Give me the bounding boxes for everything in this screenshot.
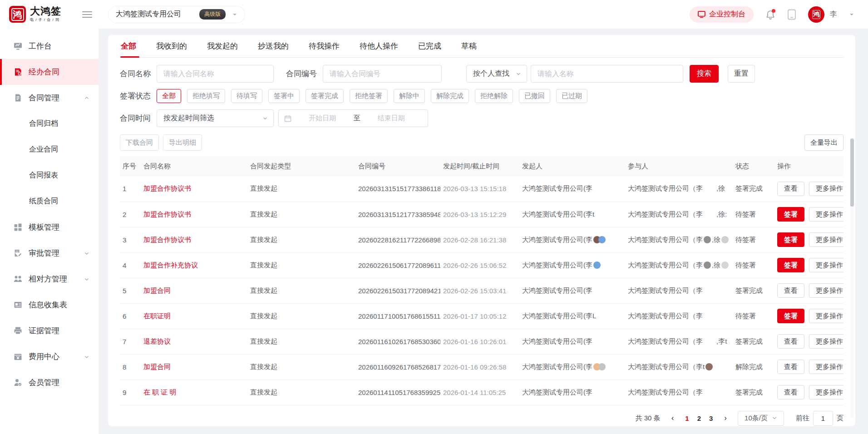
sidebar-item-billing-center[interactable]: 费用中心 <box>0 344 99 370</box>
download-contracts-button[interactable]: 下载合同 <box>120 134 159 151</box>
start-date-placeholder[interactable]: 开始日期 <box>291 114 354 123</box>
time-filter-select[interactable]: 按发起时间筛选 <box>157 109 274 127</box>
contract-name-link[interactable]: 在 职 证 明 <box>143 388 177 396</box>
table-row: 2加盟合作协议书直接发起2026031315121773385948555855… <box>120 202 843 227</box>
tab-全部[interactable]: 全部 <box>120 35 146 57</box>
view-button[interactable]: 查看 <box>777 385 804 399</box>
more-actions-label: 更多操作 <box>816 312 843 321</box>
export-detail-button[interactable]: 导出明细 <box>163 134 202 151</box>
sidebar-item-member-management[interactable]: 会员管理 <box>0 370 99 395</box>
tab-抄送我的[interactable]: 抄送我的 <box>248 35 299 57</box>
status-pill-已过期[interactable]: 已过期 <box>556 89 587 103</box>
sidebar-item-template-management[interactable]: 模板管理 <box>0 214 99 240</box>
goto-page-input[interactable] <box>813 411 833 426</box>
sidebar-item-contract-management[interactable]: 合同管理 <box>0 85 99 111</box>
tab-我收到的[interactable]: 我收到的 <box>146 35 197 57</box>
contract-name-input[interactable] <box>157 65 274 83</box>
more-actions-button[interactable]: 更多操作 <box>809 232 843 247</box>
view-button[interactable]: 查看 <box>777 334 804 349</box>
cell-initiate-type: 直接发起 <box>247 329 355 354</box>
contract-name-link[interactable]: 加盟合同 <box>143 286 171 294</box>
sidebar-item-counterparty-management[interactable]: 相对方管理 <box>0 266 99 292</box>
sidebar-item-handled-contracts[interactable]: 经办合同 <box>0 59 99 85</box>
page-number-3[interactable]: 3 <box>705 414 717 422</box>
reset-button[interactable]: 重置 <box>728 65 755 83</box>
contract-name-link[interactable]: 加盟合作补充协议 <box>143 261 198 269</box>
search-button[interactable]: 搜索 <box>690 65 719 83</box>
date-range-picker[interactable]: 开始日期 至 结束日期 <box>278 109 428 127</box>
view-button[interactable]: 查看 <box>777 182 804 196</box>
sidebar-subitem-纸质合同[interactable]: 纸质合同 <box>0 188 99 214</box>
contract-name-link[interactable]: 加盟合作协议书 <box>143 184 191 192</box>
tab-我发起的[interactable]: 我发起的 <box>197 35 248 57</box>
cell-participants: 大鸿签测试专用公司（李 <box>625 278 733 303</box>
user-avatar[interactable]: 鸿 <box>808 6 824 23</box>
sidebar-item-approval-management[interactable]: 审批管理 <box>0 240 99 266</box>
sidebar-subitem-企业合同[interactable]: 企业合同 <box>0 137 99 163</box>
more-actions-button[interactable]: 更多操作 <box>809 207 843 222</box>
person-search-select[interactable]: 按个人查找 <box>466 65 527 83</box>
status-pill-已撤回[interactable]: 已撤回 <box>519 89 550 103</box>
more-actions-button[interactable]: 更多操作 <box>809 258 843 272</box>
status-pill-全部[interactable]: 全部 <box>157 89 181 103</box>
status-pill-解除中[interactable]: 解除中 <box>394 89 425 103</box>
status-pill-拒绝解除[interactable]: 拒绝解除 <box>475 89 513 103</box>
tab-草稿[interactable]: 草稿 <box>451 35 487 57</box>
contract-name-link[interactable]: 加盟合同 <box>143 363 171 370</box>
more-actions-button[interactable]: 更多操作 <box>809 182 843 196</box>
contract-name-link[interactable]: 在职证明 <box>143 312 171 320</box>
page-number-2[interactable]: 2 <box>693 414 705 422</box>
notification-bell-icon[interactable] <box>765 10 775 20</box>
device-icon[interactable] <box>787 9 796 20</box>
more-actions-button[interactable]: 更多操作 <box>809 385 843 399</box>
sidebar-subitem-合同归档[interactable]: 合同归档 <box>0 111 99 137</box>
cell-participants: 大鸿签测试专用公司（李 ,徐: <box>625 202 733 227</box>
export-all-button[interactable]: 全量导出 <box>804 134 843 151</box>
status-pill-待填写[interactable]: 待填写 <box>231 89 262 103</box>
tab-待他人操作[interactable]: 待他人操作 <box>350 35 408 57</box>
contract-name-link[interactable]: 加盟合作协议书 <box>143 210 191 218</box>
sign-button[interactable]: 签署 <box>777 309 804 323</box>
contract-name-link[interactable]: 退差协议 <box>143 337 171 345</box>
person-name-input[interactable] <box>531 65 683 83</box>
cell-status: 待签署 <box>733 202 774 227</box>
sidebar-collapse-icon[interactable] <box>82 8 92 21</box>
vertical-scrollbar[interactable] <box>850 138 854 418</box>
status-pill-签署中[interactable]: 签署中 <box>268 89 300 103</box>
page-size-select[interactable]: 10条/页 <box>738 411 784 426</box>
prev-page-button[interactable]: ‹ <box>669 414 677 423</box>
contract-name-link[interactable]: 加盟合作协议书 <box>143 236 191 243</box>
enterprise-console-button[interactable]: 企业控制台 <box>690 6 754 23</box>
party-text: 大鸿签测试专用公司（李 <box>628 388 703 396</box>
sidebar-item-evidence-management[interactable]: 证据管理 <box>0 318 99 344</box>
contract-number-input[interactable] <box>323 65 442 83</box>
page-number-1[interactable]: 1 <box>681 414 693 422</box>
sign-button[interactable]: 签署 <box>777 207 804 222</box>
view-button[interactable]: 查看 <box>777 283 804 298</box>
company-selector[interactable]: 大鸿签测试专用公司 高级版 <box>108 6 245 23</box>
status-pill-拒绝填写[interactable]: 拒绝填写 <box>187 89 225 103</box>
user-menu-chevron-icon[interactable] <box>849 12 854 17</box>
brand-logo-icon: 鸿 <box>9 6 26 23</box>
sign-button[interactable]: 签署 <box>777 232 804 247</box>
sidebar-item-info-collection[interactable]: 信息收集表 <box>0 292 99 318</box>
tab-待我操作[interactable]: 待我操作 <box>299 35 350 57</box>
tab-已完成[interactable]: 已完成 <box>408 35 451 57</box>
status-pill-拒绝签署[interactable]: 拒绝签署 <box>350 89 388 103</box>
status-pill-签署完成[interactable]: 签署完成 <box>306 89 344 103</box>
next-page-button[interactable]: › <box>721 414 730 423</box>
more-actions-button[interactable]: 更多操作 <box>809 334 843 349</box>
more-actions-button[interactable]: 更多操作 <box>809 283 843 298</box>
view-button[interactable]: 查看 <box>777 360 804 374</box>
cell-initiate-time: 2026-02-26 15:06:52 <box>440 252 519 278</box>
sidebar-item-workbench[interactable]: 工作台 <box>0 33 99 59</box>
sidebar-subitem-合同报表[interactable]: 合同报表 <box>0 163 99 188</box>
status-pill-解除完成[interactable]: 解除完成 <box>431 89 469 103</box>
more-actions-button[interactable]: 更多操作 <box>809 360 843 374</box>
end-date-placeholder[interactable]: 结束日期 <box>360 114 423 123</box>
cell-initiate-type: 直接发起 <box>247 227 355 252</box>
scrollbar-thumb[interactable] <box>850 138 854 207</box>
more-actions-button[interactable]: 更多操作 <box>809 309 843 323</box>
sign-button[interactable]: 签署 <box>777 258 804 272</box>
action-buttons: 签署更多操作 <box>777 309 841 323</box>
